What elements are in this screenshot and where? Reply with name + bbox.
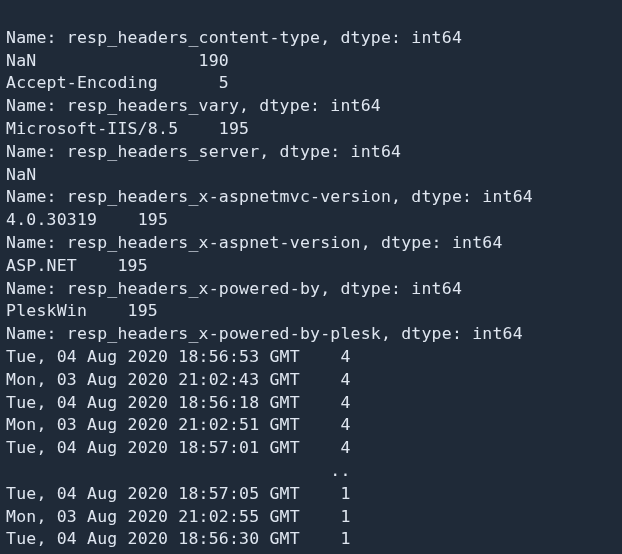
output-line: Name: resp_headers_server, dtype: int64 — [6, 142, 401, 161]
output-line: ASP.NET 195 — [6, 256, 148, 275]
output-line: Name: resp_headers_x-aspnet-version, dty… — [6, 233, 503, 252]
output-line: Tue, 04 Aug 2020 18:57:05 GMT 1 — [6, 484, 351, 503]
output-line: Name: resp_headers_x-aspnetmvc-version, … — [6, 187, 533, 206]
output-line: Name: resp_headers_content-type, dtype: … — [6, 28, 462, 47]
output-line: Mon, 03 Aug 2020 21:02:51 GMT 4 — [6, 415, 351, 434]
output-line: Tue, 04 Aug 2020 18:56:18 GMT 4 — [6, 393, 351, 412]
output-line: Accept-Encoding 5 — [6, 73, 229, 92]
output-line: 4.0.30319 195 — [6, 210, 168, 229]
output-line: Name: resp_headers_x-powered-by, dtype: … — [6, 279, 462, 298]
output-line: Tue, 04 Aug 2020 18:56:30 GMT 1 — [6, 529, 351, 548]
output-line: .. — [6, 461, 351, 480]
output-line: Name: resp_headers_vary, dtype: int64 — [6, 96, 381, 115]
terminal-output: Name: resp_headers_content-type, dtype: … — [0, 0, 622, 554]
output-line: Name: resp_headers_x-powered-by-plesk, d… — [6, 324, 523, 343]
output-line: PleskWin 195 — [6, 301, 158, 320]
output-line: Mon, 03 Aug 2020 21:02:43 GMT 4 — [6, 370, 351, 389]
output-line: Mon, 03 Aug 2020 21:02:55 GMT 1 — [6, 507, 351, 526]
output-line: Microsoft-IIS/8.5 195 — [6, 119, 249, 138]
output-line: NaN — [6, 165, 36, 184]
output-line: Tue, 04 Aug 2020 18:57:01 GMT 4 — [6, 438, 351, 457]
output-line: NaN 190 — [6, 51, 229, 70]
output-line: Tue, 04 Aug 2020 18:56:53 GMT 4 — [6, 347, 351, 366]
